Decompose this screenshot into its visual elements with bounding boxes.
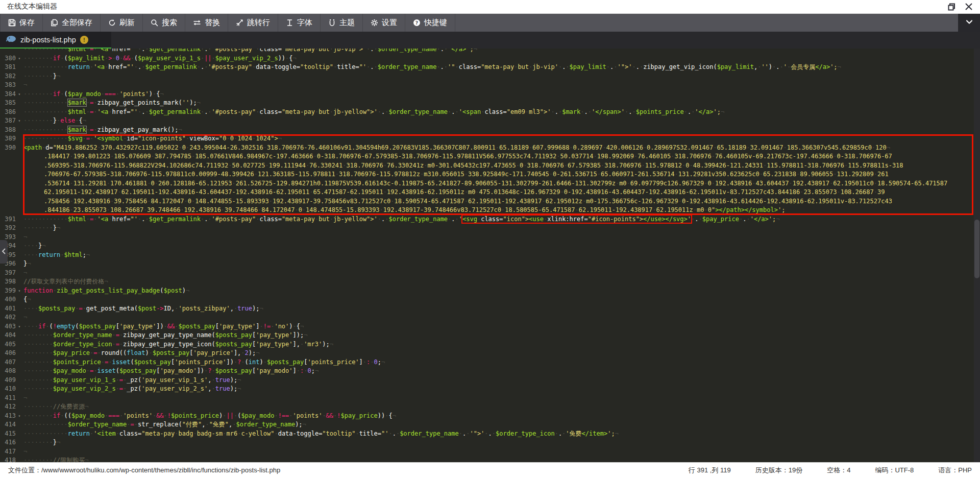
code-line[interactable]: .569395-318.706976-115.968822V294.102686… xyxy=(0,161,980,171)
code-line[interactable]: 407········$points_price·=·isset($posts_… xyxy=(0,358,980,367)
code-line[interactable]: 403▾····if·(!empty($posts_pay['pay_type'… xyxy=(0,322,980,331)
code-line[interactable]: 412········//免费资源¬ xyxy=(0,402,980,412)
code-line-content[interactable]: ¬ xyxy=(23,81,980,90)
code-line[interactable]: 413▾········if·(($pay_modo·===·'points'·… xyxy=(0,412,980,421)
code-line[interactable]: .184417·199.801223·185.076609·387.794785… xyxy=(0,152,980,161)
code-line-content[interactable]: ········$pay_price·=·round((float)·$post… xyxy=(23,349,980,358)
code-line[interactable]: 381············return·'<a·href="'·.·$get… xyxy=(0,63,980,72)
status-spaces[interactable]: 空格：4 xyxy=(827,466,850,475)
code-line-content[interactable]: {¬ xyxy=(23,295,980,304)
code-line-content[interactable]: ········}·else·{¬ xyxy=(23,116,980,126)
fold-caret-icon[interactable]: ▾ xyxy=(16,116,23,126)
code-line-content[interactable]: .706976-67.579385-318.706976-115.978811c… xyxy=(23,170,980,179)
code-line[interactable]: 390<path·d="M419.886252·370.432927c119.6… xyxy=(0,144,980,153)
code-line-content[interactable]: ········$order_type_icon·=·zibpay_get_pa… xyxy=(23,340,980,349)
code-line[interactable]: 393¬ xyxy=(0,233,980,242)
code-line-content[interactable]: ········if·($pay_limit·>·0·&&·($pay_user… xyxy=(23,54,980,63)
code-line-content[interactable]: ············$html·=·'<a·href="'·.·$get_p… xyxy=(23,49,980,54)
code-line[interactable]: 406········$pay_price·=·round((float)·$p… xyxy=(0,349,980,358)
code-line[interactable]: 382········}¬ xyxy=(0,72,980,81)
toolbar-overflow-button[interactable] xyxy=(958,14,980,32)
code-line-content[interactable]: ····if·(!empty($posts_pay['pay_type'])·&… xyxy=(23,322,980,331)
code-line-content[interactable]: ············$order_type_name·=·str_repla… xyxy=(23,420,980,429)
code-line-content[interactable]: ············return·'<a·href="'·.·$get_pe… xyxy=(23,63,980,72)
toolbar-button-save-all[interactable]: 全部保存 xyxy=(43,14,101,32)
code-line-content[interactable]: .536714·131.29281·170.461881·0·260.12818… xyxy=(23,179,980,188)
code-line[interactable]: 380▾········if·($pay_limit·>·0·&&·($pay_… xyxy=(0,54,980,63)
code-line[interactable]: 392········}¬ xyxy=(0,224,980,233)
fold-caret-icon[interactable]: ▾ xyxy=(16,90,23,99)
toolbar-button-font[interactable]: 字体 xyxy=(278,14,321,32)
code-line-content[interactable]: .758456·192.438916·39.758456·84.172047·0… xyxy=(23,197,980,206)
status-language[interactable]: 语言：PHP xyxy=(938,466,972,475)
status-history-versions[interactable]: 历史版本：19份 xyxy=(755,466,802,475)
toolbar-button-theme[interactable]: 主题 xyxy=(321,14,363,32)
close-icon[interactable] xyxy=(965,3,973,11)
code-line-content[interactable]: ············$mark·=·zibpay_get_points_ma… xyxy=(23,99,980,108)
code-line-content[interactable]: ········$pay_modo·=·isset($posts_pay['pa… xyxy=(23,367,980,376)
code-line-content[interactable]: ············return·'<item·class="meta-pa… xyxy=(23,429,980,439)
code-line[interactable]: 398//获取文章列表中的付费价格¬ xyxy=(0,277,980,286)
code-line-content[interactable]: ············$mark·=·zibpay_get_pay_mark(… xyxy=(23,126,980,135)
code-line[interactable]: 410········$pay_user_vip_2_s·=·_pz('pay_… xyxy=(0,385,980,394)
code-line-content[interactable]: ¬ xyxy=(23,233,980,242)
code-line[interactable]: 402¬ xyxy=(0,313,980,322)
restore-window-icon[interactable] xyxy=(947,3,955,11)
code-line-content[interactable]: ············$html·=·'<a·href="'·.·$get_p… xyxy=(23,215,980,224)
sidebar-collapse-handle[interactable] xyxy=(0,240,8,264)
code-line[interactable]: 417¬ xyxy=(0,447,980,457)
code-line-content[interactable]: ¬ xyxy=(23,313,980,322)
scrollbar-thumb[interactable] xyxy=(974,220,979,278)
code-line-content[interactable]: ¬ xyxy=(23,394,980,403)
code-line[interactable]: 415············return·'<item·class="meta… xyxy=(0,429,980,439)
code-line[interactable]: 400{¬ xyxy=(0,295,980,304)
code-line-content[interactable]: ············$svg·=·'<symbol·id="icon-poi… xyxy=(23,134,980,144)
code-line[interactable]: 399▾function·zib_get_posts_list_pay_badg… xyxy=(0,286,980,296)
fold-caret-icon[interactable]: ▾ xyxy=(16,322,23,331)
toolbar-button-refresh[interactable]: 刷新 xyxy=(101,14,143,32)
code-line-content[interactable]: ········}¬ xyxy=(23,224,980,233)
code-line-content[interactable]: ············$html·=·'<a·href="'·.·$get_p… xyxy=(23,108,980,117)
toolbar-button-search[interactable]: 搜索 xyxy=(143,14,185,32)
code-line-content[interactable]: ········$pay_user_vip_1_s·=·_pz('pay_use… xyxy=(23,376,980,385)
code-line-content[interactable]: .844186·23.855073·108.26687·39.748466·19… xyxy=(23,206,980,215)
code-line[interactable]: 391············$html·=·'<a·href="'·.·$ge… xyxy=(0,215,980,224)
code-line[interactable]: 385············$mark·=·zibpay_get_points… xyxy=(0,99,980,108)
code-line-content[interactable]: function·zib_get_posts_list_pay_badge($p… xyxy=(23,286,980,296)
vertical-scrollbar[interactable] xyxy=(974,49,980,462)
code-line-content[interactable]: //获取文章列表中的付费价格¬ xyxy=(23,277,980,286)
status-encoding[interactable]: 编码：UTF-8 xyxy=(875,466,914,475)
code-line[interactable]: .706976-67.579385-318.706976-115.978811c… xyxy=(0,170,980,179)
code-line-content[interactable]: ¬ xyxy=(23,269,980,278)
code-line[interactable]: 408········$pay_modo·=·isset($posts_pay[… xyxy=(0,367,980,376)
code-line[interactable]: 418········//限制购买¬ xyxy=(0,456,980,462)
code-line[interactable]: 405········$order_type_icon·=·zibpay_get… xyxy=(0,340,980,349)
code-line[interactable]: 411¬ xyxy=(0,394,980,403)
code-line-content[interactable]: ····return·$html;¬ xyxy=(23,251,980,260)
code-line-content[interactable]: .184417·199.801223·185.076609·387.794785… xyxy=(23,152,980,161)
code-line[interactable]: 414············$order_type_name·=·str_re… xyxy=(0,420,980,429)
code-line[interactable]: .844186·23.855073·108.26687·39.748466·19… xyxy=(0,206,980,215)
code-line-content[interactable]: 62.195011-192.438917·62.195011-192.43891… xyxy=(23,188,980,197)
code-line-content[interactable]: ¬ xyxy=(23,447,980,457)
code-line-content[interactable]: ········if·($pay_modo·===·'points')·{¬ xyxy=(23,90,980,99)
status-cursor-position[interactable]: 行 391 ,列 119 xyxy=(689,466,731,475)
code-line-content[interactable]: ········$points_price·=·isset($posts_pay… xyxy=(23,358,980,367)
code-line[interactable]: 416········}¬ xyxy=(0,438,980,447)
code-line[interactable]: 394····}¬ xyxy=(0,242,980,251)
code-line-content[interactable]: <path·d="M419.886252·370.432927c119.6050… xyxy=(23,144,980,153)
toolbar-button-settings[interactable]: 设置 xyxy=(363,14,405,32)
code-line-content[interactable]: ········//免费资源¬ xyxy=(23,402,980,412)
fold-caret-icon[interactable]: ▾ xyxy=(16,54,23,63)
toolbar-button-replace[interactable]: 替换 xyxy=(185,14,228,32)
code-line[interactable]: .536714·131.29281·170.461881·0·260.12818… xyxy=(0,179,980,188)
toolbar-button-save[interactable]: 保存 xyxy=(0,14,43,32)
code-line[interactable]: 386············$html·=·'<a·href="'·.·$ge… xyxy=(0,108,980,117)
code-line-content[interactable]: ····$posts_pay·=·get_post_meta($post->ID… xyxy=(23,304,980,314)
fold-caret-icon[interactable]: ▾ xyxy=(16,412,23,421)
code-line-content[interactable]: ········$order_type_name·=·zibpay_get_pa… xyxy=(23,331,980,340)
code-line-content[interactable]: ····}¬ xyxy=(23,242,980,251)
toolbar-button-shortcuts[interactable]: ?快捷键 xyxy=(405,14,455,32)
code-line[interactable]: 62.195011-192.438917·62.195011-192.43891… xyxy=(0,188,980,197)
toolbar-button-goto-line[interactable]: 跳转行 xyxy=(228,14,278,32)
